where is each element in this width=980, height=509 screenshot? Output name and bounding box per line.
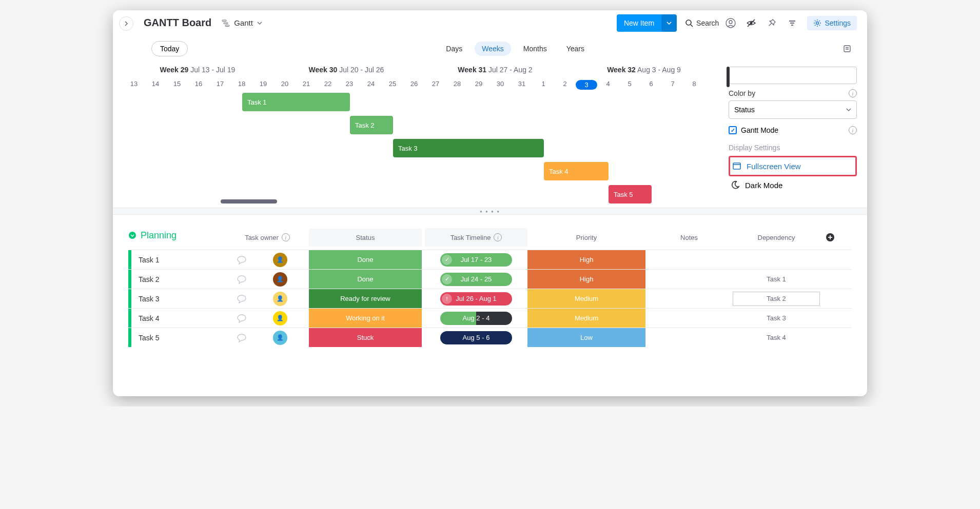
comment-button[interactable]	[229, 254, 254, 266]
day-cell[interactable]: 7	[662, 80, 683, 90]
scale-tab-days[interactable]: Days	[439, 42, 469, 56]
table-row[interactable]: Task 1👤Done✓Jul 17 - 23High	[128, 250, 852, 269]
view-switcher[interactable]: Gantt	[222, 18, 262, 27]
panel-resize-handle[interactable]	[727, 67, 730, 87]
visibility-button[interactable]	[742, 14, 760, 32]
gantt-bar[interactable]: Task 5	[609, 185, 652, 203]
scale-tab-months[interactable]: Months	[516, 42, 554, 56]
day-cell[interactable]: 30	[489, 80, 511, 90]
day-cell[interactable]: 15	[166, 80, 188, 90]
dependency-cell[interactable]: Task 2	[733, 292, 820, 306]
export-button[interactable]	[842, 44, 852, 53]
fullscreen-option[interactable]: Fullscreen View	[729, 156, 857, 176]
col-timeline[interactable]: Task Timelinei	[425, 228, 527, 247]
timeline-cell[interactable]: ✓Jul 24 - 25	[425, 273, 527, 286]
col-owner[interactable]: Task owneri	[229, 233, 306, 241]
gantt-mode-toggle[interactable]: ✓ Gantt Mode i	[729, 126, 857, 134]
task-name[interactable]: Task 4	[131, 314, 229, 322]
day-cell[interactable]: 25	[382, 80, 403, 90]
filter-button[interactable]	[783, 14, 801, 32]
priority-cell[interactable]: High	[527, 270, 645, 289]
day-cell[interactable]: 21	[296, 80, 317, 90]
day-cell[interactable]: 23	[339, 80, 360, 90]
day-cell[interactable]: 20	[274, 80, 296, 90]
task-name[interactable]: Task 1	[131, 256, 229, 264]
comment-button[interactable]	[229, 313, 254, 324]
today-button[interactable]: Today	[151, 41, 188, 56]
col-notes[interactable]: Notes	[645, 234, 733, 241]
day-cell[interactable]: 6	[640, 80, 662, 90]
info-icon[interactable]: i	[849, 126, 857, 134]
task-name[interactable]: Task 5	[131, 334, 229, 342]
timeline-pill[interactable]: ✓Jul 24 - 25	[440, 273, 512, 286]
timeline-cell[interactable]: !Jul 26 - Aug 1	[425, 292, 527, 306]
day-cell[interactable]: 5	[619, 80, 640, 90]
new-item-dropdown[interactable]	[661, 14, 677, 32]
gantt-bar[interactable]: Task 4	[544, 162, 609, 180]
priority-cell[interactable]: Low	[527, 328, 645, 347]
comment-button[interactable]	[229, 332, 254, 343]
day-cell[interactable]: 31	[511, 80, 533, 90]
priority-cell[interactable]: Medium	[527, 309, 645, 328]
day-cell[interactable]: 16	[188, 80, 209, 90]
settings-button[interactable]: Settings	[807, 16, 857, 30]
owner-cell[interactable]: 👤	[254, 311, 306, 325]
day-cell[interactable]: 14	[145, 80, 166, 90]
day-cell[interactable]: 24	[360, 80, 382, 90]
owner-cell[interactable]: 👤	[254, 272, 306, 287]
dependency-cell[interactable]: Task 3	[733, 314, 820, 322]
scale-tab-years[interactable]: Years	[559, 42, 592, 56]
info-icon[interactable]: i	[849, 89, 857, 97]
panel-top-input[interactable]	[729, 67, 857, 84]
owner-cell[interactable]: 👤	[254, 331, 306, 345]
day-cell[interactable]: 2	[554, 80, 576, 90]
dependency-cell[interactable]: Task 1	[733, 275, 820, 283]
color-by-select[interactable]: Status	[729, 100, 857, 119]
add-column-button[interactable]	[820, 233, 840, 242]
status-cell[interactable]: Working on it	[309, 309, 422, 328]
day-cell[interactable]: 13	[123, 80, 145, 90]
comment-button[interactable]	[229, 293, 254, 304]
day-cell[interactable]: 29	[468, 80, 489, 90]
gantt-bar[interactable]: Task 1	[242, 93, 350, 111]
status-cell[interactable]: Done	[309, 250, 422, 269]
horizontal-scrollbar[interactable]	[221, 199, 277, 203]
day-cell[interactable]: 27	[425, 80, 446, 90]
new-item-button[interactable]: New Item	[617, 14, 677, 32]
gantt-rows[interactable]: Task 1Task 2Task 3Task 4Task 5	[113, 90, 729, 208]
pin-button[interactable]	[763, 14, 780, 32]
owner-cell[interactable]: 👤	[254, 292, 306, 306]
gantt-bar[interactable]: Task 3	[393, 139, 544, 157]
day-cell[interactable]: 28	[446, 80, 468, 90]
table-row[interactable]: Task 4👤Working on itAug 2 - 4MediumTask …	[128, 308, 852, 328]
col-dependency[interactable]: Dependency	[733, 234, 820, 241]
day-cell[interactable]: 22	[317, 80, 339, 90]
timeline-cell[interactable]: Aug 5 - 6	[425, 331, 527, 344]
expand-button[interactable]	[119, 16, 133, 31]
col-status[interactable]: Status	[309, 229, 422, 247]
timeline-pill[interactable]: Aug 5 - 6	[440, 331, 512, 344]
timeline-pill[interactable]: ✓Jul 17 - 23	[440, 253, 512, 267]
table-row[interactable]: Task 2👤Done✓Jul 24 - 25HighTask 1	[128, 269, 852, 289]
owner-cell[interactable]: 👤	[254, 253, 306, 267]
timeline-cell[interactable]: Aug 2 - 4	[425, 312, 527, 325]
day-cell[interactable]: 3	[576, 80, 597, 90]
search-button[interactable]: Search	[685, 19, 719, 27]
day-cell[interactable]: 19	[252, 80, 274, 90]
user-button[interactable]	[722, 14, 739, 32]
status-cell[interactable]: Stuck	[309, 328, 422, 347]
day-cell[interactable]: 4	[597, 80, 619, 90]
comment-button[interactable]	[229, 274, 254, 285]
day-cell[interactable]: 26	[403, 80, 425, 90]
timeline-pill[interactable]: !Jul 26 - Aug 1	[440, 292, 512, 306]
dark-mode-option[interactable]: Dark Mode	[729, 176, 857, 194]
day-cell[interactable]: 1	[533, 80, 554, 90]
priority-cell[interactable]: High	[527, 250, 645, 269]
task-name[interactable]: Task 2	[131, 275, 229, 283]
splitter-handle[interactable]: ● ● ● ●	[113, 208, 867, 215]
day-cell[interactable]: 8	[683, 80, 705, 90]
timeline-pill[interactable]: Aug 2 - 4	[440, 312, 512, 325]
dependency-cell[interactable]: Task 4	[733, 334, 820, 341]
day-cell[interactable]: 18	[231, 80, 252, 90]
col-priority[interactable]: Priority	[527, 234, 645, 241]
